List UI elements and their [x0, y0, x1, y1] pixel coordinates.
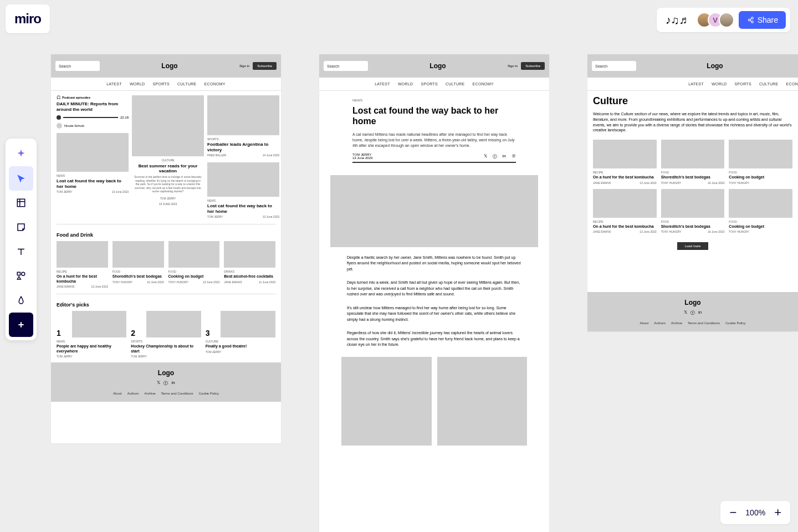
story-title: Finally a good theatre!: [206, 344, 275, 349]
shapes-tool-button[interactable]: [9, 264, 33, 288]
twitter-icon[interactable]: 𝕏: [157, 380, 160, 386]
select-tool-button[interactable]: [9, 166, 33, 191]
wireframe-article[interactable]: Search Logo Sign in Subscribe LATEST WOR…: [319, 54, 549, 532]
search-input[interactable]: Search: [55, 61, 100, 71]
footer-link[interactable]: Terms and Conditions: [161, 392, 193, 395]
search-input[interactable]: Search: [592, 61, 636, 71]
image-placeholder: [729, 189, 792, 218]
linkedin-icon[interactable]: in: [503, 154, 506, 160]
footer-link[interactable]: About: [113, 392, 122, 395]
editor-pick-card[interactable]: 1 NEWS People are happy and healthy ever…: [57, 311, 126, 358]
zoom-level[interactable]: 100%: [745, 508, 765, 517]
share-button[interactable]: Share: [739, 11, 786, 29]
miro-logo[interactable]: miro: [6, 4, 50, 33]
sticky-tool-button[interactable]: [9, 215, 33, 239]
nav-item[interactable]: LATEST: [375, 82, 390, 86]
nav-item[interactable]: CULTURE: [759, 82, 779, 86]
culture-card[interactable]: FOOD Shoreditch's best bodegas TONY HUNG…: [661, 140, 725, 184]
editor-pick-card[interactable]: 2 SPORTS Hockey Championship is about to…: [131, 311, 201, 358]
progress-bar[interactable]: [63, 117, 118, 118]
food-card[interactable]: DRINKS Best alcohol-free cocktails JANE …: [224, 241, 275, 288]
subscribe-button[interactable]: Subscribe: [253, 62, 277, 70]
footer-link[interactable]: Archive: [144, 392, 155, 395]
nav-item[interactable]: SPORTS: [734, 82, 751, 86]
play-icon[interactable]: [57, 115, 61, 120]
story-category: NEWS: [57, 174, 129, 177]
twitter-icon[interactable]: 𝕏: [684, 310, 687, 316]
story-author: JANE EWANS: [224, 280, 242, 284]
culture-card[interactable]: RECIPE On a hunt for the best kombucha J…: [593, 189, 657, 233]
search-input[interactable]: Search: [324, 61, 368, 71]
page-title: Culture: [593, 95, 792, 107]
facebook-icon[interactable]: ⓕ: [493, 154, 497, 160]
story-author: TONY HUNGRY: [729, 230, 749, 233]
footer-link[interactable]: Archive: [671, 321, 682, 325]
ai-tool-button[interactable]: [9, 142, 33, 166]
story-category: CULTURE: [206, 340, 275, 343]
nav-item[interactable]: SPORTS: [421, 82, 437, 86]
footer-link[interactable]: Cookie Policy: [199, 392, 219, 395]
nav-item[interactable]: ECONOMY: [204, 82, 226, 86]
nav-item[interactable]: WORLD: [130, 82, 145, 86]
nav-item[interactable]: LATEST: [106, 82, 122, 86]
pinterest-icon[interactable]: ℗: [511, 154, 516, 160]
nav-item[interactable]: WORLD: [398, 82, 413, 86]
load-more-button[interactable]: Load more: [677, 242, 709, 250]
nav-item[interactable]: LATEST: [688, 82, 704, 86]
wireframe-home[interactable]: Search Logo Sign in Subscribe LATEST WOR…: [51, 54, 281, 443]
avatar[interactable]: [719, 12, 734, 28]
twitter-icon[interactable]: 𝕏: [484, 154, 487, 160]
linkedin-icon[interactable]: in: [698, 310, 702, 316]
subscribe-button[interactable]: Subscribe: [521, 62, 545, 70]
zoom-out-button[interactable]: −: [729, 507, 736, 519]
culture-card[interactable]: FOOD Cooking on budget TONY HUNGRY: [729, 140, 792, 184]
reactions-icon[interactable]: ♪♫♬: [661, 14, 692, 25]
nav-item[interactable]: CULTURE: [446, 82, 465, 86]
nav-item[interactable]: ECONOMY: [473, 82, 494, 86]
podcast-title[interactable]: DAILY MINUTE: Reports from around the wo…: [57, 101, 129, 112]
text-tool-button[interactable]: [9, 239, 33, 264]
story-desc: Summer is the perfect time to indulge in…: [132, 175, 204, 193]
more-tools-button[interactable]: [9, 313, 33, 337]
signin-link[interactable]: Sign in: [239, 64, 249, 68]
footer-link[interactable]: Authors: [127, 392, 139, 395]
culture-card[interactable]: RECIPE On a hunt for the best kombucha J…: [593, 140, 657, 184]
wf-nav: LATEST WORLD SPORTS CULTURE ECONOMY: [51, 78, 281, 91]
image-placeholder: [207, 95, 279, 135]
wireframe-culture[interactable]: Search Logo LATEST WORLD SPORTS CULTURE …: [587, 54, 798, 331]
signin-link[interactable]: Sign in: [508, 64, 518, 68]
article-hero-image: [330, 175, 538, 247]
nav-item[interactable]: CULTURE: [177, 82, 197, 86]
culture-card[interactable]: FOOD Cooking on budget TONY HUNGRY: [729, 189, 792, 233]
article-author: TOM JERRY: [352, 153, 372, 156]
editor-pick-card[interactable]: 3 CULTURE Finally a good theatre! TOM JE…: [206, 311, 275, 358]
footer-link[interactable]: Authors: [654, 321, 666, 325]
food-card[interactable]: RECIPE On a hunt for the best kombucha J…: [57, 241, 108, 288]
wf-header: Search Logo: [587, 54, 798, 78]
nav-item[interactable]: ECON: [786, 82, 798, 86]
story-title[interactable]: Lost cat found the way back to her home: [207, 203, 279, 214]
linkedin-icon[interactable]: in: [171, 380, 175, 386]
zoom-in-button[interactable]: +: [774, 507, 781, 519]
nav-item[interactable]: SPORTS: [152, 82, 169, 86]
story-title[interactable]: Lost cat found the way back to her home: [57, 178, 129, 189]
pen-tool-button[interactable]: [9, 288, 33, 313]
food-card[interactable]: FOOD Shoreditch's best bodegas TONY HUNG…: [112, 241, 164, 288]
headphones-icon: 🎧: [57, 95, 60, 99]
collaborator-avatars[interactable]: V: [697, 12, 734, 28]
footer-link[interactable]: Terms and Conditions: [688, 321, 720, 325]
culture-card[interactable]: FOOD Shoreditch's best bodegas TONY HUNG…: [661, 189, 725, 233]
food-card[interactable]: FOOD Cooking on budget TONY HUNGRY13 Jun…: [168, 241, 220, 288]
footer-link[interactable]: About: [640, 321, 649, 325]
frame-tool-button[interactable]: [9, 191, 33, 215]
nav-item[interactable]: WORLD: [712, 82, 727, 86]
story-title: Cooking on budget: [729, 175, 792, 180]
footer-link[interactable]: Cookie Policy: [725, 321, 745, 325]
story-title[interactable]: Best summer reads for your vacation: [132, 163, 204, 173]
story-title[interactable]: Footballer leads Argentina to victory: [207, 142, 279, 152]
zoom-controls: − 100% +: [720, 501, 790, 524]
facebook-icon[interactable]: ⓕ: [163, 380, 168, 386]
article-lead: A cat named Mittens has made national he…: [352, 132, 516, 148]
article-paragraph: Regardless of how she did it, Mittens' i…: [319, 330, 549, 348]
facebook-icon[interactable]: ⓕ: [690, 310, 695, 316]
